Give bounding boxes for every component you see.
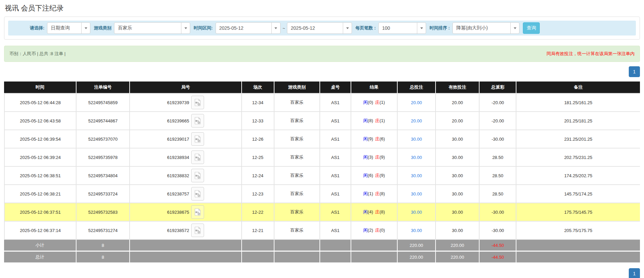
round-no-value: 619238757 — [167, 191, 189, 196]
column-header-round-no: 局号 — [130, 82, 242, 94]
query-type-label: 请选择: — [30, 25, 44, 31]
cell-session: 12-34 — [242, 94, 274, 112]
cell-valid-bet: 30.00 — [436, 130, 480, 148]
cell-total-bet: 30.00 — [398, 185, 436, 203]
date-range-label: 时间区间: — [194, 25, 213, 31]
result-player-points: (1) — [368, 191, 373, 196]
page-1-button[interactable]: 1 — [629, 66, 640, 77]
total-bet-link[interactable]: 20.00 — [411, 118, 422, 123]
cell-remark: 231.25/201.25 — [516, 130, 640, 148]
cell-result: 闲(6)庄(9) — [351, 167, 398, 185]
table-row: 2025-05-12 06:43:58 522495744867 6192396… — [4, 112, 640, 130]
total-valid-bet: 220.00 — [436, 252, 480, 263]
column-header-table-no: 桌号 — [320, 82, 351, 94]
time-sort-select[interactable]: 降冪(由大到小) — [452, 22, 519, 34]
video-file-icon — [194, 117, 201, 124]
video-replay-button[interactable] — [191, 224, 204, 237]
column-header-time: 时间 — [4, 82, 76, 94]
query-type-select[interactable]: 日期查询 — [47, 22, 90, 34]
round-no-value: 619238675 — [167, 210, 189, 215]
result-banker-points: (8) — [379, 209, 385, 214]
cell-total-bet: 30.00 — [398, 130, 436, 148]
total-label: 总计 — [4, 252, 76, 263]
result-player: 闲 — [363, 209, 368, 214]
video-replay-button[interactable] — [191, 187, 204, 201]
game-type-select[interactable]: 百家乐 — [114, 22, 190, 34]
cell-payout: 28.50 — [480, 167, 516, 185]
cell-remark: 175.75/145.75 — [516, 203, 640, 222]
page-1-button[interactable]: 1 — [629, 268, 640, 278]
cell-payout: -30.00 — [480, 203, 516, 222]
total-bet-link[interactable]: 30.00 — [411, 191, 422, 196]
date-to-select[interactable]: 2025-05-12 — [287, 22, 352, 34]
cell-remark: 201.25/181.25 — [516, 112, 640, 130]
cell-table-no: AS1 — [320, 203, 351, 222]
search-button[interactable]: 查询 — [523, 22, 540, 34]
total-bet-link[interactable]: 20.00 — [411, 100, 422, 105]
pagination-bottom: 1 — [4, 268, 640, 278]
result-player: 闲 — [363, 191, 368, 196]
result-player: 闲 — [363, 155, 368, 160]
table-row: 2025-05-12 06:38:51 522495734804 6192388… — [4, 167, 640, 185]
column-header-result: 结果 — [351, 82, 398, 94]
page: 视讯 会员下注纪录 请选择: 日期查询 游戏类别 百家乐 时间区间: 2025-… — [0, 0, 644, 278]
game-type-value: 百家乐 — [114, 23, 181, 33]
result-banker: 庄 — [375, 191, 379, 196]
total-bet-link[interactable]: 30.00 — [411, 228, 422, 233]
total-total-bet: 220.00 — [398, 252, 436, 263]
cell-table-no: AS1 — [320, 185, 351, 203]
cell-result: 闲(3)庄(9) — [351, 148, 398, 167]
column-header-total-bet: 总投注 — [398, 82, 436, 94]
round-no-value: 619239739 — [167, 100, 189, 105]
cell-valid-bet: 20.00 — [436, 112, 480, 130]
total-bet-link[interactable]: 30.00 — [411, 137, 422, 142]
cell-round-no: 619239017 — [130, 130, 242, 148]
table-row: 2025-05-12 06:39:24 522495735978 6192389… — [4, 148, 640, 167]
cell-game-type: 百家乐 — [274, 148, 320, 167]
total-bet-link[interactable]: 30.00 — [411, 173, 422, 178]
result-banker: 庄 — [375, 100, 379, 105]
video-replay-button[interactable] — [191, 169, 204, 182]
cell-game-type: 百家乐 — [274, 112, 320, 130]
chevron-down-icon — [181, 23, 190, 33]
cell-session: 12-25 — [242, 148, 274, 167]
cell-payout: -20.00 — [480, 112, 516, 130]
result-banker: 庄 — [375, 155, 379, 160]
video-replay-button[interactable] — [191, 205, 204, 219]
result-banker-points: (1) — [379, 100, 385, 105]
cell-table-no: AS1 — [320, 167, 351, 185]
date-from-value: 2025-05-12 — [216, 23, 271, 33]
table-row: 2025-05-12 06:37:14 522495731274 6192385… — [4, 222, 640, 240]
cell-round-no: 619238675 — [130, 203, 242, 222]
total-bet-link[interactable]: 30.00 — [411, 155, 422, 160]
date-from-select[interactable]: 2025-05-12 — [216, 22, 281, 34]
video-file-icon — [194, 227, 201, 234]
chevron-down-icon — [271, 23, 280, 33]
total-row: 总计 8 220.00 220.00 -44.50 — [4, 252, 640, 263]
chevron-down-icon — [510, 23, 519, 33]
video-replay-button[interactable] — [191, 114, 204, 128]
table-footer: 小计 8 220.00 220.00 -44.50 总计 8 220.00 22… — [4, 240, 640, 263]
cell-payout: -20.00 — [480, 94, 516, 112]
cell-bet-no: 522495737070 — [76, 130, 130, 148]
table-row: 2025-05-12 06:44:28 522495745859 6192397… — [4, 94, 640, 112]
subtotal-total-bet: 220.00 — [398, 240, 436, 252]
video-replay-button[interactable] — [191, 132, 204, 146]
cell-payout: 28.50 — [480, 148, 516, 167]
cell-game-type: 百家乐 — [274, 94, 320, 112]
video-file-icon — [194, 135, 201, 143]
cell-time: 2025-05-12 06:37:51 — [4, 203, 76, 222]
cell-time: 2025-05-12 06:39:54 — [4, 130, 76, 148]
cell-session: 12-23 — [242, 185, 274, 203]
video-replay-button[interactable] — [191, 96, 204, 109]
video-replay-button[interactable] — [191, 150, 204, 164]
result-player-points: (3) — [368, 155, 373, 160]
subtotal-valid-bet: 220.00 — [436, 240, 480, 252]
result-player-points: (9) — [368, 136, 373, 141]
page-size-select[interactable]: 100 — [378, 22, 426, 34]
cell-result: 闲(8)庄(1) — [351, 112, 398, 130]
cell-total-bet: 30.00 — [398, 148, 436, 167]
total-bet-link[interactable]: 30.00 — [411, 210, 422, 215]
cell-total-bet: 30.00 — [398, 167, 436, 185]
result-player: 闲 — [363, 118, 368, 123]
